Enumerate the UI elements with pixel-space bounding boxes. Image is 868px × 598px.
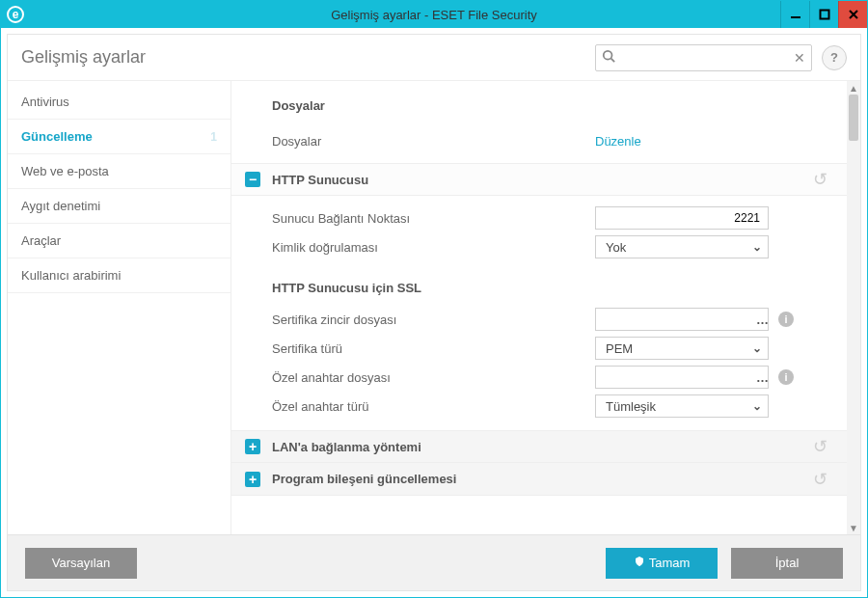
row-auth: Kimlik doğrulaması Yok ⌄ xyxy=(231,232,847,261)
ok-button[interactable]: Tamam xyxy=(606,548,718,579)
search-input[interactable] xyxy=(619,49,790,66)
auth-select[interactable]: Yok ⌄ xyxy=(595,235,769,258)
files-edit-link[interactable]: Düzenle xyxy=(595,134,641,149)
section-header-lan[interactable]: + LAN'a bağlanma yöntemi ↺ xyxy=(231,430,847,463)
info-icon[interactable]: i xyxy=(778,312,794,327)
server-port-input[interactable] xyxy=(596,211,768,225)
content-scroll: Dosyalar Dosyalar Düzenle − HTTP Sunucus… xyxy=(231,81,847,534)
cert-chain-label: Sertifika zincir dosyası xyxy=(272,313,595,327)
chevron-down-icon: ⌄ xyxy=(752,341,762,355)
minimize-button[interactable] xyxy=(780,1,809,28)
page-title: Gelişmiş ayarlar xyxy=(21,47,146,68)
sidebar-item-label: Araçlar xyxy=(21,233,61,248)
row-cert-chain: Sertifika zincir dosyası … i xyxy=(231,305,847,334)
reset-icon[interactable]: ↺ xyxy=(813,169,827,190)
sidebar-item-label: Web ve e-posta xyxy=(21,164,109,178)
scroll-down-icon[interactable]: ▼ xyxy=(847,521,860,534)
svg-line-3 xyxy=(611,59,615,63)
sidebar-item-label: Güncelleme xyxy=(21,129,93,144)
section-header-pcu[interactable]: + Program bileşeni güncellemesi ↺ xyxy=(231,463,847,496)
search-area: ✕ ? xyxy=(595,44,847,71)
search-icon xyxy=(602,49,615,66)
svg-rect-1 xyxy=(820,11,828,19)
scroll-up-icon[interactable]: ▲ xyxy=(847,81,860,95)
help-button[interactable]: ? xyxy=(822,45,847,70)
expand-icon: + xyxy=(245,439,260,454)
ok-button-label: Tamam xyxy=(649,556,691,570)
cert-type-label: Sertifika türü xyxy=(272,341,595,356)
private-key-input[interactable] xyxy=(596,370,756,384)
svg-rect-0 xyxy=(791,16,800,18)
chevron-down-icon: ⌄ xyxy=(752,399,762,413)
section-pcu-title: Program bileşeni güncellemesi xyxy=(272,472,456,486)
auth-value: Yok xyxy=(606,240,626,255)
section-http-title: HTTP Sunucusu xyxy=(272,173,368,187)
server-port-label: Sunucu Bağlantı Noktası xyxy=(272,211,595,226)
server-port-input-wrap xyxy=(595,206,769,230)
sidebar-item-device-control[interactable]: Aygıt denetimi xyxy=(8,189,231,224)
section-lan-title: LAN'a bağlanma yöntemi xyxy=(272,440,421,454)
ssl-subtitle: HTTP Sunucusu için SSL xyxy=(231,261,847,305)
files-row: Dosyalar Düzenle xyxy=(272,126,820,155)
info-icon[interactable]: i xyxy=(778,369,794,385)
cancel-button[interactable]: İptal xyxy=(731,548,843,579)
sidebar-item-tools[interactable]: Araçlar xyxy=(8,224,231,258)
private-key-input-wrap[interactable]: … xyxy=(595,366,769,389)
sidebar-item-web-email[interactable]: Web ve e-posta xyxy=(8,154,231,189)
section-header-http[interactable]: − HTTP Sunucusu ↺ xyxy=(231,163,847,196)
sidebar-item-label: Antivirus xyxy=(21,95,69,109)
row-private-key: Özel anahtar dosyası … i xyxy=(231,363,847,392)
content-area: Dosyalar Dosyalar Düzenle − HTTP Sunucus… xyxy=(231,81,860,534)
inner-frame: Gelişmiş ayarlar ✕ ? Antivirus xyxy=(7,34,861,591)
sidebar: Antivirus Güncelleme 1 Web ve e-posta Ay… xyxy=(8,81,231,534)
auth-label: Kimlik doğrulaması xyxy=(272,240,595,255)
close-button[interactable] xyxy=(838,1,867,28)
cert-chain-input-wrap[interactable]: … xyxy=(595,308,769,331)
search-box[interactable]: ✕ xyxy=(595,44,812,71)
sidebar-item-label: Aygıt denetimi xyxy=(21,199,100,213)
window-title: Gelişmiş ayarlar - ESET File Security xyxy=(1,8,867,22)
files-row-label: Dosyalar xyxy=(272,134,595,149)
expand-icon: + xyxy=(245,472,260,487)
topbar: Gelişmiş ayarlar ✕ ? xyxy=(8,35,860,81)
sidebar-item-badge: 1 xyxy=(210,130,217,144)
cert-type-select[interactable]: PEM ⌄ xyxy=(595,337,769,360)
titlebar: e Gelişmiş ayarlar - ESET File Security xyxy=(1,1,867,28)
defaults-button-label: Varsayılan xyxy=(52,556,110,570)
browse-icon[interactable]: … xyxy=(756,313,774,327)
browse-icon[interactable]: … xyxy=(756,370,774,385)
reset-icon[interactable]: ↺ xyxy=(813,469,827,490)
maximize-button[interactable] xyxy=(809,1,838,28)
sidebar-item-update[interactable]: Güncelleme 1 xyxy=(8,120,231,154)
reset-icon[interactable]: ↺ xyxy=(813,436,827,457)
window-controls xyxy=(780,1,867,28)
cert-chain-input[interactable] xyxy=(596,313,756,326)
row-private-key-type: Özel anahtar türü Tümleşik ⌄ xyxy=(231,392,847,421)
sidebar-item-antivirus[interactable]: Antivirus xyxy=(8,85,231,120)
section-files: Dosyalar Dosyalar Düzenle xyxy=(231,81,847,163)
scrollbar-thumb[interactable] xyxy=(849,95,858,141)
private-key-type-value: Tümleşik xyxy=(606,399,656,414)
defaults-button[interactable]: Varsayılan xyxy=(25,548,137,579)
section-files-title: Dosyalar xyxy=(272,98,820,113)
row-server-port: Sunucu Bağlantı Noktası xyxy=(231,204,847,232)
chevron-down-icon: ⌄ xyxy=(752,240,762,254)
body: Antivirus Güncelleme 1 Web ve e-posta Ay… xyxy=(8,81,860,534)
cancel-button-label: İptal xyxy=(775,556,800,570)
cert-type-value: PEM xyxy=(606,341,633,356)
app-window: e Gelişmiş ayarlar - ESET File Security … xyxy=(0,0,868,598)
app-icon: e xyxy=(7,6,24,23)
row-cert-type: Sertifika türü PEM ⌄ xyxy=(231,334,847,363)
scrollbar[interactable]: ▲ ▼ xyxy=(847,81,860,534)
sidebar-item-ui[interactable]: Kullanıcı arabirimi xyxy=(8,258,231,293)
shield-icon xyxy=(634,556,645,570)
private-key-label: Özel anahtar dosyası xyxy=(272,370,595,385)
clear-search-icon[interactable]: ✕ xyxy=(794,50,805,66)
private-key-type-select[interactable]: Tümleşik ⌄ xyxy=(595,394,769,418)
sidebar-item-label: Kullanıcı arabirimi xyxy=(21,268,121,283)
svg-point-2 xyxy=(604,51,612,60)
footer: Varsayılan Tamam İptal xyxy=(8,534,860,590)
collapse-icon: − xyxy=(245,172,260,187)
private-key-type-label: Özel anahtar türü xyxy=(272,399,595,414)
